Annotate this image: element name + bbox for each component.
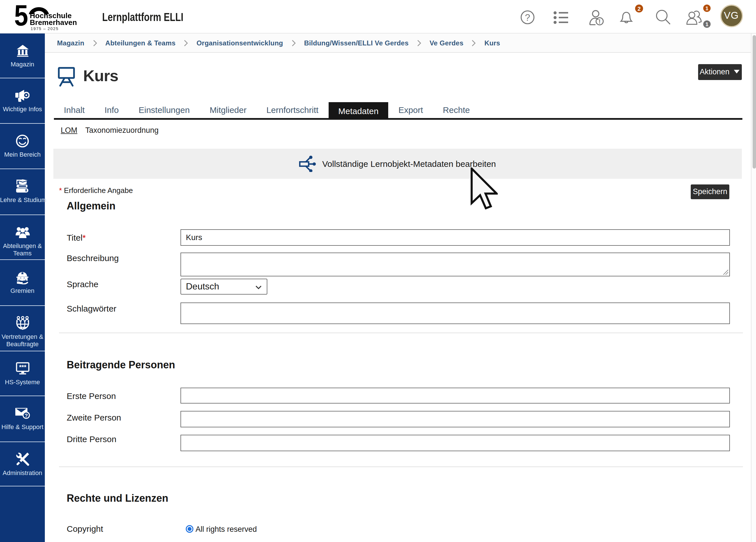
svg-text:?: ? (24, 412, 28, 418)
svg-text:***: *** (19, 364, 26, 371)
svg-text:?: ? (525, 12, 530, 23)
svg-text:!: ! (599, 18, 600, 25)
